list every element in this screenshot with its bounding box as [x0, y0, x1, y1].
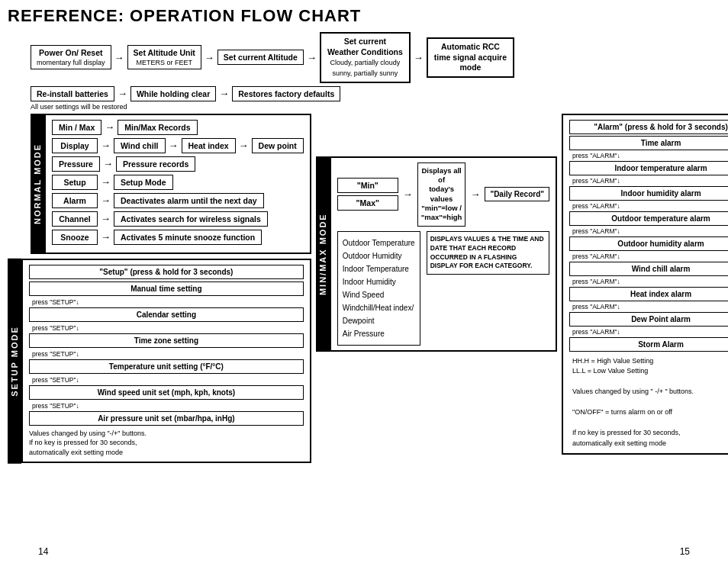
setup-header: "Setup" (press & hold for 3 seconds): [29, 265, 304, 279]
normal-row-setup: Setup → Setup Mode: [52, 175, 304, 190]
alarm-mode-box: "Alarm" (press & hold for 3 seconds) Tim…: [562, 114, 728, 455]
normal-row-snooze: Snooze → Activates 5 minute snooze funct…: [52, 230, 304, 245]
setup-press2: press "SETUP"↓: [32, 324, 304, 332]
normal-row-minmax: Min / Max → Min/Max Records: [52, 120, 304, 135]
alarm-storm: Storm Alarm: [569, 337, 728, 352]
alarm-press5: press "ALARM"↓: [572, 253, 728, 260]
power-on-reset-box: Power On/ Reset momentary full display: [31, 45, 111, 69]
record-outdoor-temp: Outdoor Temperature: [343, 236, 415, 249]
arrow2: →: [205, 52, 214, 63]
nm-arrow9: →: [101, 231, 111, 243]
normal-row-alarm: Alarm → Deactivates alarm until the next…: [52, 193, 304, 208]
mm-arrow2: →: [470, 188, 480, 200]
record-indoor-temp: Indoor Temperature: [343, 262, 415, 275]
automatic-rcc-label: Automatic RCCtime signal acquiremode: [434, 42, 507, 72]
alarm-footer-ll: LL.L = Low Value Setting: [572, 366, 728, 377]
minmax-buttons: "Min" "Max": [337, 178, 398, 211]
alarm-footer-nokey: If no key is pressed for 30 seconds,auto…: [572, 428, 728, 449]
normal-alarm-key: Alarm: [52, 193, 98, 208]
page-number-right: 15: [680, 546, 690, 557]
set-altitude-unit-sublabel: METERS or FEET: [136, 59, 192, 66]
normal-setup-key: Setup: [52, 175, 98, 190]
setup-press1: press "SETUP"↓: [32, 298, 304, 306]
top-flow-row2: Re-install batteries → While holding cle…: [31, 86, 720, 101]
page-numbers: 14 15: [8, 546, 720, 557]
setup-mode-box: "Setup" (press & hold for 3 seconds) Man…: [21, 259, 311, 464]
setup-timezone: Time zone setting: [29, 333, 304, 348]
normal-minmax-key: Min / Max: [52, 120, 101, 135]
minmax-mode-box: "Min" "Max" → Displays all oftoday's val…: [330, 156, 557, 352]
normal-row-display: Display → Wind chill → Heat index → Dew …: [52, 138, 304, 153]
setup-manual-time: Manual time setting: [29, 282, 304, 296]
middle-column: MIN/MAX MODE "Min" "Max" → Displays all …: [316, 114, 557, 542]
normal-channel-value: Activates search for wireless signals: [114, 211, 268, 227]
setup-footer: Values changed by using "-/+" buttons.If…: [29, 429, 304, 458]
arrow3: →: [307, 52, 317, 63]
alarm-press7: press "ALARM"↓: [572, 303, 728, 310]
normal-row-channel: Channel → Activates search for wireless …: [52, 211, 304, 227]
records-list: Outdoor Temperature Outdoor Humidity Ind…: [337, 231, 420, 346]
arrow4: →: [414, 52, 424, 63]
normal-mode-wrapper: NORMAL MODE Min / Max → Min/Max Records …: [31, 114, 311, 254]
nm-arrow3: →: [169, 140, 179, 151]
right-column: "Alarm" (press & hold for 3 seconds) Tim…: [562, 114, 728, 542]
normal-mode-box: Min / Max → Min/Max Records Display → Wi…: [44, 114, 311, 254]
alarm-header: "Alarm" (press & hold for 3 seconds): [569, 120, 728, 134]
nm-arrow5: →: [103, 158, 113, 169]
record-indoor-humidity: Indoor Humidity: [343, 275, 415, 288]
page: REFERENCE: OPERATION FLOW CHART Power On…: [0, 0, 728, 563]
alarm-mode-wrapper: "Alarm" (press & hold for 3 seconds) Tim…: [562, 114, 728, 455]
restores-factory-box: Restores factory defaults: [232, 86, 340, 101]
reinstall-label: Re-install batteries: [37, 89, 108, 98]
normal-display-key: Display: [52, 138, 98, 153]
alarm-wind-chill: Wind chill alarm: [569, 262, 728, 276]
automatic-rcc-box: Automatic RCCtime signal acquiremode: [427, 37, 514, 78]
nm-arrow7: →: [101, 195, 111, 206]
record-windchill-heat: Windchill/Heat index/Dewpoint: [343, 301, 415, 327]
set-weather-conditions-box: Set currentWeather Conditions Cloudy, pa…: [320, 32, 411, 83]
alarm-footer: HH.H = High Value Setting LL.L = Low Val…: [569, 356, 728, 449]
setup-pressure-unit: Air pressure unit set (mbar/hpa, inHg): [29, 411, 304, 426]
nm-arrow1: →: [105, 121, 114, 133]
setup-calendar: Calendar setting: [29, 307, 304, 322]
minmax-mode-vertical-label: MIN/MAX MODE: [316, 156, 330, 352]
alarm-heat-index: Heat index alarm: [569, 287, 728, 301]
setup-mode-wrapper: SETUP MODE "Setup" (press & hold for 3 s…: [8, 259, 311, 464]
normal-pressure-value: Pressure records: [116, 156, 195, 172]
alarm-footer-hh: HH.H = High Value Setting: [572, 356, 728, 367]
alarm-press4: press "ALARM"↓: [572, 227, 728, 235]
arrow1: →: [114, 52, 124, 63]
nm-arrow6: →: [101, 176, 111, 188]
alarm-footer-values: Values changed by using " -/+ " buttons.: [572, 387, 728, 397]
set-altitude-unit-label: Set Altitude Unit: [134, 48, 195, 57]
minmax-header: "Min" "Max" → Displays all oftoday's val…: [337, 162, 549, 227]
page-title: REFERENCE: OPERATION FLOW CHART: [8, 6, 720, 26]
normal-minmax-value: Min/Max Records: [118, 120, 197, 135]
power-on-reset-sublabel: momentary full display: [37, 59, 105, 66]
record-air-pressure: Air Pressure: [343, 327, 415, 340]
daily-record-box: "Daily Record": [485, 187, 549, 201]
setup-mode-vertical-label: SETUP MODE: [8, 259, 21, 464]
arrow6: →: [219, 88, 229, 99]
alarm-dew-point: Dew Point alarm: [569, 312, 728, 327]
mid-spacer: [316, 114, 557, 152]
setup-wind-unit: Wind speed unit set (mph, kph, knots): [29, 385, 304, 400]
normal-dew-point: Dew point: [252, 138, 304, 153]
setup-press4: press "SETUP"↓: [32, 376, 304, 384]
alarm-indoor-humidity: Indoor humidity alarm: [569, 186, 728, 201]
nm-arrow2: →: [101, 140, 111, 151]
max-button: "Max": [337, 195, 398, 211]
set-current-altitude-box: Set current Altitude: [217, 50, 304, 65]
nm-arrow4: →: [239, 140, 249, 151]
main-content: NORMAL MODE Min / Max → Min/Max Records …: [8, 114, 720, 542]
restores-factory-label: Restores factory defaults: [238, 89, 334, 98]
alarm-indoor-temp: Indoor temperature alarm: [569, 161, 728, 175]
set-altitude-unit-box: Set Altitude Unit METERS or FEET: [127, 45, 201, 69]
normal-row-pressure: Pressure → Pressure records: [52, 156, 304, 172]
alarm-outdoor-humidity: Outdoor humidity alarm: [569, 236, 728, 251]
setup-press5: press "SETUP"↓: [32, 402, 304, 410]
power-on-reset-label: Power On/ Reset: [39, 48, 102, 57]
alarm-press2: press "ALARM"↓: [572, 177, 728, 185]
top-flow-row1: Power On/ Reset momentary full display →…: [31, 32, 720, 83]
alarm-press1: press "ALARM"↓: [572, 152, 728, 159]
